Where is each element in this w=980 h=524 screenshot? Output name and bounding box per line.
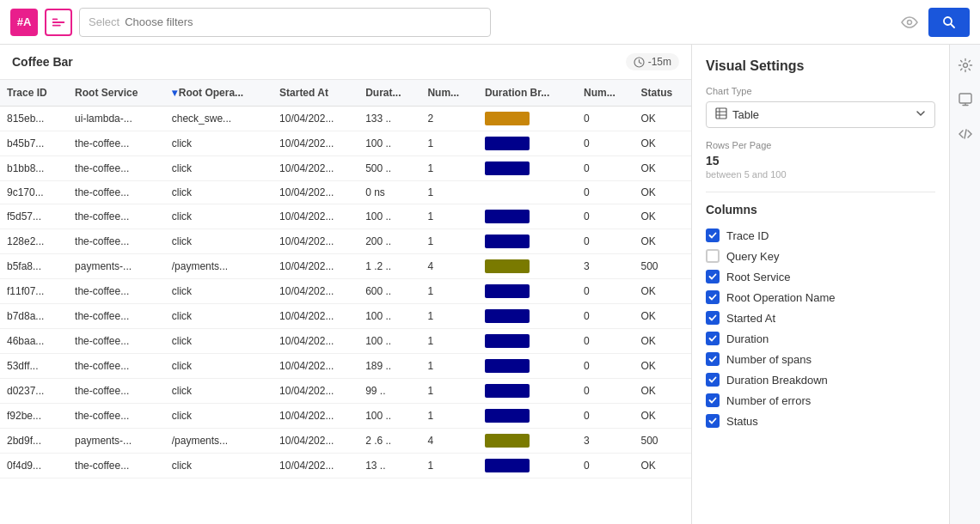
filter-label: Select: [89, 15, 119, 28]
cell-started-at: 10/04/202...: [273, 229, 358, 254]
col-status[interactable]: Status: [634, 80, 691, 107]
cell-duration-bar: [478, 279, 577, 304]
cell-started-at: 10/04/202...: [273, 354, 358, 379]
cell-root-service: the-coffee...: [68, 404, 165, 429]
cell-num-spans: 1: [420, 156, 477, 181]
filter-bar[interactable]: Select: [79, 8, 491, 37]
cell-trace-id: b1bb8...: [0, 156, 68, 181]
cell-status: OK: [634, 329, 691, 354]
cell-root-operation: check_swe...: [165, 107, 273, 131]
cell-duration: 99 ..: [358, 379, 420, 404]
cell-status: OK: [634, 379, 691, 404]
table-row[interactable]: f92be... the-coffee... click 10/04/202..…: [0, 404, 691, 429]
column-checkbox-row[interactable]: Number of spans: [706, 349, 935, 369]
table-row[interactable]: b5fa8... payments-... /payments... 10/04…: [0, 254, 691, 279]
cell-root-service: payments-...: [68, 254, 165, 279]
eye-icon[interactable]: [897, 10, 922, 34]
cell-root-service: the-coffee...: [68, 279, 165, 304]
column-label: Number of errors: [726, 394, 811, 407]
settings-icon[interactable]: [955, 55, 976, 76]
cell-started-at: 10/04/202...: [273, 379, 358, 404]
columns-title: Columns: [706, 203, 935, 216]
checkbox-icon: [706, 373, 720, 387]
col-duration-breakdown[interactable]: Duration Br...: [478, 80, 577, 107]
cell-num-spans: 1: [420, 279, 477, 304]
column-checkbox-row[interactable]: Number of errors: [706, 390, 935, 411]
table-row[interactable]: 0f4d9... the-coffee... click 10/04/202..…: [0, 454, 691, 478]
cell-root-operation: click: [165, 354, 273, 379]
table-row[interactable]: 9c170... the-coffee... click 10/04/202..…: [0, 181, 691, 204]
panel-header: Coffee Bar -15m: [0, 45, 691, 80]
column-checkbox-row[interactable]: Root Operation Name: [706, 287, 935, 308]
column-checkbox-row[interactable]: Duration Breakdown: [706, 369, 935, 390]
table-row[interactable]: 53dff... the-coffee... click 10/04/202..…: [0, 354, 691, 379]
checkbox-icon: [706, 228, 720, 242]
svg-rect-12: [959, 94, 971, 103]
col-started-at[interactable]: Started At: [273, 80, 358, 107]
column-checkbox-row[interactable]: Duration: [706, 328, 935, 349]
chart-type-dropdown[interactable]: Table: [706, 101, 935, 128]
cell-started-at: 10/04/202...: [273, 156, 358, 181]
col-num-spans[interactable]: Num...: [420, 80, 477, 107]
cell-num-errors: 0: [577, 329, 634, 354]
cell-num-spans: 4: [420, 429, 477, 454]
cell-root-operation: click: [165, 454, 273, 478]
cell-duration: 100 ..: [358, 404, 420, 429]
cell-num-spans: 1: [420, 304, 477, 329]
column-checkbox-row[interactable]: Started At: [706, 308, 935, 328]
table-row[interactable]: b45b7... the-coffee... click 10/04/202..…: [0, 131, 691, 156]
rows-per-page-label: Rows Per Page: [706, 140, 935, 150]
column-label: Root Service: [726, 271, 790, 283]
col-duration[interactable]: Durat...: [358, 80, 420, 107]
table-row[interactable]: b7d8a... the-coffee... click 10/04/202..…: [0, 304, 691, 329]
topbar-icon-button[interactable]: [45, 9, 72, 36]
table-row[interactable]: d0237... the-coffee... click 10/04/202..…: [0, 379, 691, 404]
table-row[interactable]: 815eb... ui-lambda-... check_swe... 10/0…: [0, 107, 691, 131]
checkbox-icon: [706, 249, 720, 263]
filter-input[interactable]: [125, 15, 481, 28]
search-button[interactable]: [928, 8, 970, 37]
cell-duration-bar: [478, 354, 577, 379]
checkbox-icon: [706, 311, 720, 325]
cell-num-spans: 1: [420, 204, 477, 229]
cell-root-service: the-coffee...: [68, 181, 165, 204]
monitor-icon[interactable]: [955, 89, 976, 110]
column-checkbox-row[interactable]: Status: [706, 411, 935, 431]
table-row[interactable]: f5d57... the-coffee... click 10/04/202..…: [0, 204, 691, 229]
cell-duration: 500 ..: [358, 156, 420, 181]
column-checkbox-row[interactable]: Query Key: [706, 246, 935, 266]
main-layout: Coffee Bar -15m Trace ID Root Service ▾R…: [0, 45, 980, 524]
col-trace-id[interactable]: Trace ID: [0, 80, 68, 107]
cell-num-errors: 0: [577, 156, 634, 181]
cell-started-at: 10/04/202...: [273, 204, 358, 229]
table-row[interactable]: 2bd9f... payments-... /payments... 10/04…: [0, 429, 691, 454]
col-root-service[interactable]: Root Service: [68, 80, 165, 107]
table-row[interactable]: f11f07... the-coffee... click 10/04/202.…: [0, 279, 691, 304]
cell-started-at: 10/04/202...: [273, 107, 358, 131]
cell-duration: 100 ..: [358, 304, 420, 329]
col-num-errors[interactable]: Num...: [577, 80, 634, 107]
checkbox-icon: [706, 393, 720, 407]
cell-root-service: the-coffee...: [68, 379, 165, 404]
table-row[interactable]: 128e2... the-coffee... click 10/04/202..…: [0, 229, 691, 254]
cell-root-service: payments-...: [68, 429, 165, 454]
cell-num-errors: 0: [577, 304, 634, 329]
column-checkbox-row[interactable]: Root Service: [706, 266, 935, 287]
cell-root-operation: click: [165, 404, 273, 429]
cell-duration: 0 ns: [358, 181, 420, 204]
table-row[interactable]: b1bb8... the-coffee... click 10/04/202..…: [0, 156, 691, 181]
code-icon[interactable]: [955, 124, 976, 144]
topbar: #A Select: [0, 0, 980, 45]
table-row[interactable]: 46baa... the-coffee... click 10/04/202..…: [0, 329, 691, 354]
cell-duration-bar: [478, 131, 577, 156]
cell-duration: 100 ..: [358, 131, 420, 156]
cell-root-operation: click: [165, 204, 273, 229]
column-checkbox-row[interactable]: Trace ID: [706, 225, 935, 246]
cell-num-errors: 0: [577, 354, 634, 379]
table-scroll[interactable]: Trace ID Root Service ▾Root Opera... Sta…: [0, 80, 691, 524]
cell-started-at: 10/04/202...: [273, 304, 358, 329]
col-root-operation[interactable]: ▾Root Opera...: [165, 80, 273, 107]
cell-status: OK: [634, 229, 691, 254]
cell-num-errors: 0: [577, 404, 634, 429]
cell-duration-bar: [478, 304, 577, 329]
